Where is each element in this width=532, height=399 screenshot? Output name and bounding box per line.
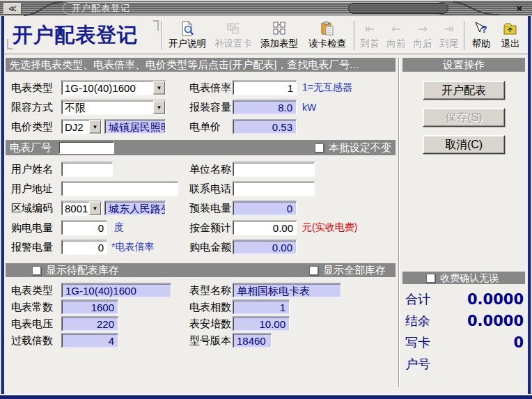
totals-panel: 合计 0.0000 结余 0.0000 写卡 0 户号 [402,288,525,375]
buy-amount-label: 购电金额 [189,241,231,254]
toolbar-separator [354,21,355,50]
system-menu-button[interactable]: ≪ [3,3,22,15]
assign-meter-button[interactable]: 开户配表 [423,81,505,100]
preset-energy-label: 预装电量 [189,202,231,215]
phone-input[interactable] [233,182,315,196]
alarm-energy-input[interactable] [61,240,107,255]
batch-unchanged-checkbox[interactable] [315,143,324,152]
show-pending-inventory-checkbox[interactable] [32,266,41,275]
toolbar-button-label: 帮助 [472,38,491,50]
capacity-limit-label: 限容方式 [11,101,53,114]
toolbar-button-label: 到尾 [440,38,459,50]
by-amount-input[interactable] [233,221,297,235]
action-panel: 设置操作 开户配表 保存(S) 取消(C) 收费确认无误 合计 0.0000 结… [402,58,525,375]
form-row: 用户姓名 单位名称 [6,159,396,179]
add-documents-icon [272,21,287,37]
dropdown-arrow-icon[interactable]: ▼ [153,101,165,114]
fee-confirm-checkbox[interactable] [426,274,435,283]
user-address-label: 用户地址 [11,182,53,196]
toolbar-button-label: 向前 [387,38,406,50]
alarm-energy-label: 报警电量 [11,241,53,254]
org-name-input[interactable] [233,162,315,177]
area-code-dropdown[interactable]: 8001 ▼ [61,201,102,216]
toolbar-separator [162,21,163,50]
form-row: 电价类型 DJ2 ▼ 城镇居民照明 电单价 0.53 [6,117,396,136]
arrow-last-icon: ⇥ [444,21,454,37]
go-next-button: → 向后 [409,19,436,52]
inv-meter-type-field: 1G-10(40)1600 [61,283,171,298]
inventory-bar: 显示待配表库存 显示全部库存 [6,263,396,277]
exit-button[interactable]: 退出 [496,19,525,52]
balance-value: 0.0000 [467,313,524,329]
close-button[interactable]: × [513,2,526,15]
meter-type-dropdown[interactable]: 1G-10(40)1600 ▼ [61,81,166,95]
show-all-inventory-checkbox[interactable] [309,266,318,275]
factory-number-input[interactable] [58,141,114,154]
buy-energy-input[interactable] [61,221,107,235]
user-name-input[interactable] [61,162,113,177]
meter-ratio-input[interactable] [233,81,297,95]
supplement-card-button: +* 补设置卡 [210,19,256,52]
balance-label: 结余 [405,313,430,329]
toolbar-button-label: 开户说明 [169,38,206,50]
form-row: 电表类型 1G-10(40)1600 ▼ 电表倍率 1=无互感器 [6,78,396,97]
area-description-field: 城东人民路变 [104,201,166,216]
form-row: 报警电量 *电表倍率 购电金额 0.00 [6,237,396,257]
toolbar-button-label: 向后 [414,38,432,50]
price-type-label: 电价类型 [11,120,53,134]
write-card-row: 写卡 0 [405,331,524,353]
installed-capacity-label: 报装容量 [189,101,231,114]
dropdown-arrow-icon[interactable]: ▼ [89,202,101,215]
fee-confirm-label: 收费确认无误 [440,272,499,284]
unit-price-label: 电单价 [189,120,221,134]
meter-phases-label: 电表相数 [189,301,231,314]
alarm-hint-text: *电表倍率 [111,241,154,253]
help-button[interactable]: ? 帮助 [467,19,496,52]
write-card-value: 0 [513,334,524,351]
account-number-label: 户号 [405,356,430,373]
model-name-label: 表型名称 [189,284,231,297]
dropdown-arrow-icon[interactable]: ▼ [153,81,165,95]
price-type-dropdown[interactable]: DJ2 ▼ [61,120,102,134]
read-card-check-button[interactable]: 读卡检查 [302,19,352,52]
toolbar: 开户配表登记 开户说明 +* 补设置卡 添加表型 读卡检查 [4,17,528,54]
meter-ampere-label: 表安培数 [189,318,231,331]
go-last-button: ⇥ 到尾 [436,19,462,52]
inventory-row: 过载倍数 4 型号版本 18460 [6,332,396,349]
window-right-border [528,16,532,399]
model-name-field: 单相国标电卡表 [233,283,341,298]
help-cursor-icon: ? [474,21,489,37]
preset-energy-field: 0 [233,201,297,216]
balance-row: 结余 0.0000 [405,310,524,331]
write-card-label: 写卡 [405,334,430,351]
ratio-hint-text: 1=无互感器 [302,81,352,94]
toolbar-separator [464,21,465,50]
arrow-first-icon: ⇤ [365,21,375,37]
meter-ampere-field: 10.00 [233,317,290,331]
toolbar-button-label: 退出 [501,38,520,50]
overload-field: 4 [61,334,118,348]
total-value: 0.0000 [467,291,524,308]
cancel-button[interactable]: 取消(C) [423,135,505,154]
arrow-left-icon: ← [391,21,401,37]
org-name-label: 单位名称 [189,163,231,176]
capacity-limit-dropdown[interactable]: 不限 ▼ [61,100,166,115]
phone-label: 联系电话 [189,182,231,196]
settings-card-icon: +* [226,21,241,37]
meter-type-label: 电表类型 [11,81,53,95]
fee-confirm-bar: 收费确认无误 [402,272,525,284]
area-code-label: 区域编码 [11,202,53,215]
model-version-field: 18460 [233,334,272,348]
open-account-info-button[interactable]: 开户说明 [164,19,210,52]
user-address-input[interactable] [61,182,178,196]
titlebar-capsule-decoration [348,3,448,14]
add-meter-model-button[interactable]: 添加表型 [256,19,302,52]
app-window: ≪ 开户配表登记 × 开户配表登记 开户说明 +* 补设置卡 [0,0,532,399]
double-chevron-icon: ≪ [8,4,17,13]
model-version-label: 型号版本 [189,334,231,347]
action-panel-header: 设置操作 [402,58,525,72]
total-row: 合计 0.0000 [405,288,524,310]
titlebar[interactable]: ≪ 开户配表登记 × [0,0,532,16]
dropdown-arrow-icon[interactable]: ▼ [89,120,101,134]
meter-constant-label: 电表常数 [11,301,53,314]
